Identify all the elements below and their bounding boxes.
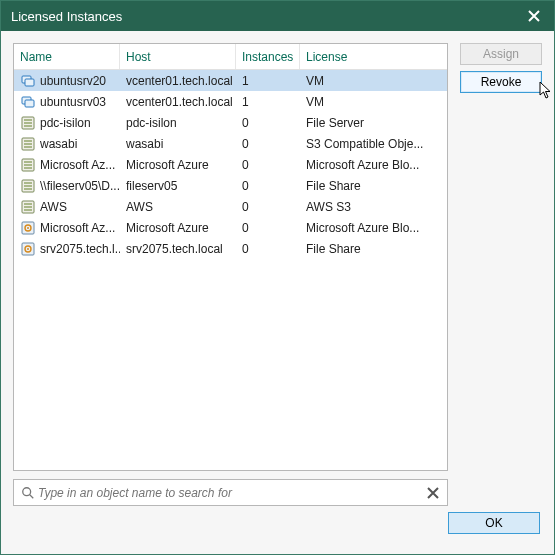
dialog-body: Name Host Instances License ubuntusrv20v… <box>1 31 554 554</box>
cell-instances: 1 <box>236 95 300 109</box>
table-row[interactable]: wasabiwasabi0S3 Compatible Obje... <box>14 133 447 154</box>
titlebar: Licensed Instances <box>1 1 554 31</box>
table-row[interactable]: Microsoft Az...Microsoft Azure0Microsoft… <box>14 217 447 238</box>
vm-icon <box>20 94 36 110</box>
cell-name-text: \\fileserv05\D... <box>40 179 120 193</box>
cell-name-text: pdc-isilon <box>40 116 91 130</box>
cell-name: Microsoft Az... <box>14 157 120 173</box>
search-icon <box>20 485 36 501</box>
svg-rect-23 <box>24 209 32 211</box>
svg-rect-9 <box>24 140 32 142</box>
table-header: Name Host Instances License <box>14 44 447 70</box>
cell-name: srv2075.tech.l... <box>14 241 120 257</box>
svg-rect-13 <box>24 161 32 163</box>
nas-icon <box>20 136 36 152</box>
table-rows: ubuntusrv20vcenter01.tech.local1VMubuntu… <box>14 70 447 470</box>
col-header-license[interactable]: License <box>300 44 447 69</box>
cell-license: VM <box>300 95 447 109</box>
svg-rect-17 <box>24 182 32 184</box>
cell-instances: 0 <box>236 137 300 151</box>
cell-name: ubuntusrv03 <box>14 94 120 110</box>
cell-host: fileserv05 <box>120 179 236 193</box>
cell-host: vcenter01.tech.local <box>120 74 236 88</box>
cell-name: ubuntusrv20 <box>14 73 120 89</box>
cursor-icon <box>539 81 555 102</box>
svg-rect-7 <box>24 125 32 127</box>
cell-name-text: ubuntusrv03 <box>40 95 106 109</box>
action-buttons: Assign Revoke <box>460 43 542 506</box>
svg-line-31 <box>30 494 34 498</box>
svg-rect-3 <box>25 100 34 107</box>
table-row[interactable]: Microsoft Az...Microsoft Azure0Microsoft… <box>14 154 447 175</box>
nas-icon <box>20 178 36 194</box>
svg-rect-18 <box>24 185 32 187</box>
col-header-name[interactable]: Name <box>14 44 120 69</box>
cell-name: AWS <box>14 199 120 215</box>
window: Licensed Instances Name Host Instances L… <box>0 0 555 555</box>
nas-icon <box>20 115 36 131</box>
object-icon <box>20 241 36 257</box>
cell-license: AWS S3 <box>300 200 447 214</box>
cell-name-text: AWS <box>40 200 67 214</box>
svg-rect-1 <box>25 79 34 86</box>
revoke-label: Revoke <box>481 75 522 89</box>
table-row[interactable]: ubuntusrv03vcenter01.tech.local1VM <box>14 91 447 112</box>
cell-instances: 0 <box>236 221 300 235</box>
clear-search-icon[interactable] <box>425 485 441 501</box>
svg-rect-5 <box>24 119 32 121</box>
cell-instances: 1 <box>236 74 300 88</box>
cell-host: pdc-isilon <box>120 116 236 130</box>
cell-name-text: ubuntusrv20 <box>40 74 106 88</box>
cell-instances: 0 <box>236 158 300 172</box>
cell-host: srv2075.tech.local <box>120 242 236 256</box>
svg-rect-10 <box>24 143 32 145</box>
assign-button: Assign <box>460 43 542 65</box>
svg-rect-11 <box>24 146 32 148</box>
cell-name-text: wasabi <box>40 137 77 151</box>
object-icon <box>20 220 36 236</box>
cell-license: File Share <box>300 242 447 256</box>
nas-icon <box>20 157 36 173</box>
svg-rect-21 <box>24 203 32 205</box>
cell-instances: 0 <box>236 116 300 130</box>
search-box[interactable] <box>13 479 448 506</box>
svg-rect-22 <box>24 206 32 208</box>
svg-rect-14 <box>24 164 32 166</box>
cell-instances: 0 <box>236 179 300 193</box>
table-row[interactable]: pdc-isilonpdc-isilon0File Server <box>14 112 447 133</box>
svg-point-29 <box>27 248 29 250</box>
svg-point-30 <box>23 487 31 495</box>
cell-name: \\fileserv05\D... <box>14 178 120 194</box>
cell-instances: 0 <box>236 242 300 256</box>
cell-license: VM <box>300 74 447 88</box>
table-row[interactable]: ubuntusrv20vcenter01.tech.local1VM <box>14 70 447 91</box>
cell-license: File Server <box>300 116 447 130</box>
nas-icon <box>20 199 36 215</box>
cell-name-text: srv2075.tech.l... <box>40 242 120 256</box>
cell-host: Microsoft Azure <box>120 158 236 172</box>
svg-rect-15 <box>24 167 32 169</box>
cell-license: S3 Compatible Obje... <box>300 137 447 151</box>
search-input[interactable] <box>36 485 425 501</box>
cell-host: vcenter01.tech.local <box>120 95 236 109</box>
instances-table: Name Host Instances License ubuntusrv20v… <box>13 43 448 471</box>
cell-name: pdc-isilon <box>14 115 120 131</box>
table-row[interactable]: srv2075.tech.l...srv2075.tech.local0File… <box>14 238 447 259</box>
close-icon[interactable] <box>514 1 554 31</box>
cell-license: Microsoft Azure Blo... <box>300 221 447 235</box>
table-row[interactable]: \\fileserv05\D...fileserv050File Share <box>14 175 447 196</box>
cell-host: AWS <box>120 200 236 214</box>
revoke-button[interactable]: Revoke <box>460 71 542 93</box>
cell-name: Microsoft Az... <box>14 220 120 236</box>
cell-instances: 0 <box>236 200 300 214</box>
cell-host: wasabi <box>120 137 236 151</box>
cell-host: Microsoft Azure <box>120 221 236 235</box>
vm-icon <box>20 73 36 89</box>
cell-name: wasabi <box>14 136 120 152</box>
col-header-instances[interactable]: Instances <box>236 44 300 69</box>
ok-button[interactable]: OK <box>448 512 540 534</box>
col-header-host[interactable]: Host <box>120 44 236 69</box>
window-title: Licensed Instances <box>11 9 122 24</box>
cell-license: File Share <box>300 179 447 193</box>
table-row[interactable]: AWSAWS0AWS S3 <box>14 196 447 217</box>
